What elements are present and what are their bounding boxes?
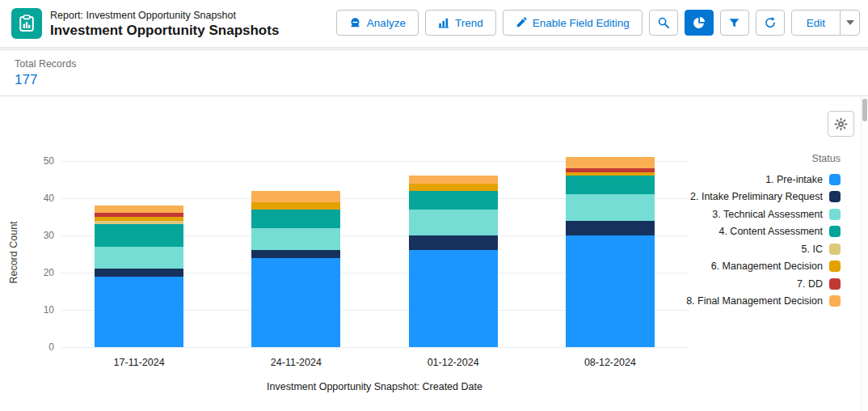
legend-item[interactable]: 4. Content Assessment	[650, 223, 841, 241]
legend-item-label: 2. Intake Preliminary Request	[690, 191, 823, 202]
legend-swatch	[829, 261, 841, 272]
report-screen: Report: Investment Opportunity Snapshot …	[0, 0, 868, 411]
gear-icon	[834, 117, 848, 131]
legend-item-label: 7. DD	[797, 278, 823, 290]
chart-legend: Status 1. Pre-intake2. Intake Preliminar…	[650, 153, 841, 310]
stacked-bar[interactable]	[566, 157, 655, 347]
analyze-button[interactable]: Analyze	[336, 10, 419, 36]
chart-settings-button[interactable]	[828, 111, 854, 137]
legend-item[interactable]: 2. Intake Preliminary Request	[650, 189, 841, 206]
trend-button[interactable]: Trend	[425, 10, 496, 36]
search-button[interactable]	[649, 10, 678, 36]
legend-item-label: 3. Technical Assessment	[712, 209, 823, 220]
report-type-label: Report: Investment Opportunity Snapshot	[50, 9, 279, 22]
bar-segment[interactable]	[566, 176, 655, 194]
edit-label: Edit	[807, 17, 825, 29]
page-title: Investment Opportunity Snapshots	[50, 22, 279, 39]
bar-chart-icon	[438, 17, 449, 28]
y-axis-title: Record Count	[8, 214, 19, 291]
bar-segment[interactable]	[95, 247, 183, 269]
y-tick-label: 10	[22, 303, 54, 316]
report-icon	[11, 8, 42, 39]
bar-segment[interactable]	[409, 250, 498, 347]
y-tick-label: 30	[22, 229, 54, 242]
legend-item[interactable]: 6. Management Decision	[650, 258, 841, 276]
bar-segment[interactable]	[409, 176, 498, 183]
pencil-icon	[516, 17, 527, 28]
legend-swatch	[829, 226, 841, 237]
bar-segment[interactable]	[566, 194, 655, 220]
bar-segment[interactable]	[251, 191, 340, 202]
bar-segment[interactable]	[251, 202, 340, 210]
chart-toggle-button[interactable]	[685, 10, 714, 36]
refresh-icon	[764, 16, 777, 29]
bar-segment[interactable]	[95, 206, 183, 213]
bar-segment[interactable]	[251, 228, 340, 251]
x-tick-label: 24-11-2024	[217, 357, 374, 368]
y-tick-label: 20	[22, 266, 54, 279]
legend-item-label: 6. Management Decision	[711, 261, 823, 272]
bar-segment[interactable]	[95, 224, 183, 247]
bar-segment[interactable]	[251, 250, 340, 257]
bar-segment[interactable]	[95, 269, 183, 276]
legend-item[interactable]: 5. IC	[650, 240, 841, 258]
x-axis-title: Investment Opportunity Snapshot: Created…	[61, 381, 689, 392]
x-tick-label: 01-12-2024	[375, 357, 532, 368]
pie-chart-icon	[693, 16, 706, 29]
y-tick-label: 40	[22, 192, 54, 205]
filter-icon	[728, 17, 740, 29]
bar-segment[interactable]	[409, 210, 498, 235]
legend-item[interactable]: 7. DD	[650, 275, 841, 293]
legend-swatch	[829, 191, 841, 202]
header-text: Report: Investment Opportunity Snapshot …	[50, 8, 279, 39]
legend-item-label: 1. Pre-intake	[765, 174, 823, 185]
search-icon	[657, 16, 670, 29]
report-header: Report: Investment Opportunity Snapshot …	[0, 0, 868, 47]
legend-items: 1. Pre-intake2. Intake Preliminary Reque…	[650, 171, 841, 310]
scrollbar-thumb[interactable]	[862, 99, 867, 121]
bar-segment[interactable]	[251, 210, 340, 228]
legend-swatch	[829, 295, 841, 307]
bar-segment[interactable]	[566, 221, 655, 235]
stacked-bar[interactable]	[251, 191, 340, 347]
stacked-bar[interactable]	[95, 206, 183, 347]
filter-button[interactable]	[720, 10, 749, 36]
refresh-button[interactable]	[756, 10, 785, 36]
total-records-value[interactable]: 177	[15, 71, 76, 89]
edit-dropdown-button[interactable]	[840, 10, 860, 36]
legend-swatch	[829, 209, 841, 220]
bar-segment[interactable]	[251, 258, 340, 347]
edit-split-button: Edit	[791, 10, 860, 36]
bar-segment[interactable]	[409, 191, 498, 210]
y-tick-label: 50	[22, 155, 54, 167]
legend-item-label: 8. Final Management Decision	[686, 295, 823, 307]
legend-item-label: 5. IC	[802, 244, 823, 255]
legend-item-label: 4. Content Assessment	[718, 226, 823, 237]
chevron-down-icon	[846, 20, 854, 25]
legend-swatch	[829, 174, 841, 185]
stacked-bar[interactable]	[409, 176, 498, 347]
bar-segment[interactable]	[566, 157, 655, 168]
legend-item[interactable]: 8. Final Management Decision	[650, 293, 841, 311]
trend-label: Trend	[455, 17, 483, 29]
legend-item[interactable]: 1. Pre-intake	[650, 171, 841, 189]
field-editing-label: Enable Field Editing	[533, 17, 630, 29]
vertical-scrollbar[interactable]	[861, 97, 868, 411]
legend-item[interactable]: 3. Technical Assessment	[650, 206, 841, 223]
enable-field-editing-button[interactable]: Enable Field Editing	[503, 10, 643, 36]
legend-swatch	[829, 244, 841, 255]
toolbar: Analyze Trend Enable Field Editing	[336, 10, 860, 36]
legend-title: Status	[650, 153, 841, 164]
total-records-label: Total Records	[15, 57, 76, 71]
header-title-group: Report: Investment Opportunity Snapshot …	[11, 8, 279, 39]
bar-segment[interactable]	[409, 235, 498, 250]
edit-button[interactable]: Edit	[791, 10, 841, 36]
einstein-icon	[349, 17, 361, 29]
bar-segment[interactable]	[95, 277, 183, 347]
metrics-strip: Total Records 177	[0, 50, 868, 96]
x-tick-label: 17-11-2024	[61, 357, 217, 368]
bar-segment[interactable]	[409, 184, 498, 191]
chart-panel: Record Count 0102030405017-11-202424-11-…	[0, 96, 868, 411]
x-tick-label: 08-12-2024	[532, 357, 689, 368]
bar-segment[interactable]	[566, 235, 655, 347]
